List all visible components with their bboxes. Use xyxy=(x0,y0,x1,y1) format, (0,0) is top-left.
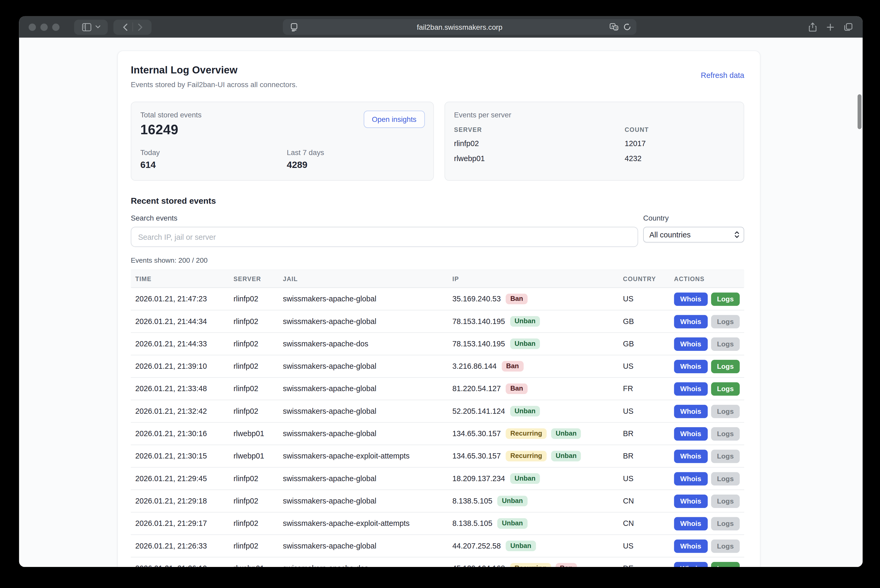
event-badges: RecurringBan xyxy=(510,563,577,567)
event-row: 2026.01.21, 21:39:10 rlinfp02 swissmaker… xyxy=(131,356,744,378)
event-country: GB xyxy=(618,317,670,326)
address-bar[interactable]: fail2ban.swissmakers.corp A 文 xyxy=(283,19,637,35)
badge-unban: Unban xyxy=(498,496,528,506)
whois-button[interactable]: Whois xyxy=(674,539,708,552)
open-insights-button[interactable]: Open insights xyxy=(363,111,425,128)
sidebar-toggle-button[interactable] xyxy=(74,20,108,35)
event-jail: swissmakers-apache-dos xyxy=(279,339,448,348)
event-server: rlinfp02 xyxy=(229,519,279,528)
whois-button[interactable]: Whois xyxy=(674,427,708,440)
badge-ban: Ban xyxy=(502,361,523,372)
logs-button[interactable]: Logs xyxy=(711,315,740,328)
col-jail: JAIL xyxy=(279,275,448,282)
whois-button[interactable]: Whois xyxy=(674,337,708,351)
event-server: rlwebp01 xyxy=(229,452,279,460)
event-country: US xyxy=(618,542,670,550)
logs-button[interactable]: Logs xyxy=(711,382,740,395)
event-badges: Unban xyxy=(510,316,540,327)
event-badges: Unban xyxy=(510,406,540,417)
translate-icon[interactable]: A 文 xyxy=(609,23,618,31)
event-ip: 35.169.240.53 xyxy=(452,295,501,303)
page-content: Internal Log Overview Events stored by F… xyxy=(19,38,863,567)
logs-button[interactable]: Logs xyxy=(711,517,740,530)
event-jail: swissmakers-apache-global xyxy=(279,407,448,416)
logs-button[interactable]: Logs xyxy=(711,449,740,463)
whois-button[interactable]: Whois xyxy=(674,315,708,328)
events-per-server-card: Events per server SERVER COUNT rlinfp02 … xyxy=(444,102,744,181)
event-server: rlwebp01 xyxy=(229,564,279,567)
refresh-data-link[interactable]: Refresh data xyxy=(701,71,744,80)
page-scrollbar-thumb[interactable] xyxy=(858,94,862,129)
col-ip: IP xyxy=(448,275,618,282)
event-country: CN xyxy=(618,519,670,528)
whois-button[interactable]: Whois xyxy=(674,382,708,395)
logs-button[interactable]: Logs xyxy=(711,539,740,552)
event-server: rlinfp02 xyxy=(229,407,279,416)
event-row: 2026.01.21, 21:26:33 rlinfp02 swissmaker… xyxy=(131,535,744,557)
logs-button[interactable]: Logs xyxy=(711,472,740,485)
chevron-down-icon xyxy=(95,25,100,29)
whois-button[interactable]: Whois xyxy=(674,292,708,306)
events-shown-count: Events shown: 200 / 200 xyxy=(131,256,744,264)
logs-button[interactable]: Logs xyxy=(711,562,740,567)
whois-button[interactable]: Whois xyxy=(674,360,708,373)
event-jail: swissmakers-apache-global xyxy=(279,429,448,438)
logs-button[interactable]: Logs xyxy=(711,337,740,351)
event-badges: Unban xyxy=(498,518,528,529)
logs-button[interactable]: Logs xyxy=(711,494,740,508)
event-row: 2026.01.21, 21:32:42 rlinfp02 swissmaker… xyxy=(131,400,744,423)
badge-ban: Ban xyxy=(506,294,528,304)
whois-button[interactable]: Whois xyxy=(674,405,708,418)
event-row: 2026.01.21, 21:44:34 rlinfp02 swissmaker… xyxy=(131,310,744,333)
whois-button[interactable]: Whois xyxy=(674,472,708,485)
forward-button[interactable] xyxy=(138,23,142,31)
event-jail: swissmakers-apache-global xyxy=(279,474,448,483)
reader-icon[interactable] xyxy=(291,22,298,31)
event-time: 2026.01.21, 21:29:17 xyxy=(131,519,229,528)
search-input[interactable] xyxy=(131,227,638,247)
event-server: rlinfp02 xyxy=(229,474,279,483)
tabs-icon[interactable] xyxy=(844,23,853,31)
main-card: Internal Log Overview Events stored by F… xyxy=(117,51,760,567)
event-country: BR xyxy=(618,452,670,460)
event-time: 2026.01.21, 21:44:34 xyxy=(131,317,229,326)
logs-button[interactable]: Logs xyxy=(711,292,740,306)
event-jail: swissmakers-apache-global xyxy=(279,384,448,393)
event-jail: swissmakers-apache-global xyxy=(279,317,448,326)
event-time: 2026.01.21, 21:39:10 xyxy=(131,362,229,370)
whois-button[interactable]: Whois xyxy=(674,562,708,567)
zoom-window-button[interactable] xyxy=(52,23,60,31)
badge-ban: Ban xyxy=(555,563,577,567)
event-row: 2026.01.21, 21:44:33 rlinfp02 swissmaker… xyxy=(131,333,744,356)
event-country: US xyxy=(618,362,670,370)
event-ip: 3.216.86.144 xyxy=(452,362,496,370)
page-title: Internal Log Overview xyxy=(131,64,297,76)
event-badges: Ban xyxy=(506,294,528,304)
stage: fail2ban.swissmakers.corp A 文 xyxy=(0,0,880,588)
event-server: rlinfp02 xyxy=(229,384,279,393)
event-row: 2026.01.21, 21:30:15 rlwebp01 swissmaker… xyxy=(131,445,744,468)
country-select[interactable]: All countries xyxy=(643,227,744,243)
whois-button[interactable]: Whois xyxy=(674,449,708,463)
share-icon[interactable] xyxy=(809,22,817,32)
event-time: 2026.01.21, 21:29:18 xyxy=(131,496,229,505)
whois-button[interactable]: Whois xyxy=(674,494,708,508)
back-button[interactable] xyxy=(123,23,127,31)
event-server: rlinfp02 xyxy=(229,542,279,550)
close-window-button[interactable] xyxy=(29,23,36,31)
event-server: rlwebp01 xyxy=(229,429,279,438)
reload-icon[interactable] xyxy=(624,23,631,31)
new-tab-icon[interactable] xyxy=(827,23,834,31)
logs-button[interactable]: Logs xyxy=(711,405,740,418)
logs-button[interactable]: Logs xyxy=(711,427,740,440)
minimize-window-button[interactable] xyxy=(40,23,48,31)
country-label: Country xyxy=(643,214,744,222)
badge-recurring: Recurring xyxy=(510,563,551,567)
logs-button[interactable]: Logs xyxy=(711,360,740,373)
browser-toolbar: fail2ban.swissmakers.corp A 文 xyxy=(19,16,863,38)
event-country: BR xyxy=(618,429,670,438)
nav-buttons xyxy=(113,20,151,35)
event-badges: Unban xyxy=(506,541,536,551)
event-time: 2026.01.21, 21:47:23 xyxy=(131,295,229,303)
whois-button[interactable]: Whois xyxy=(674,517,708,530)
